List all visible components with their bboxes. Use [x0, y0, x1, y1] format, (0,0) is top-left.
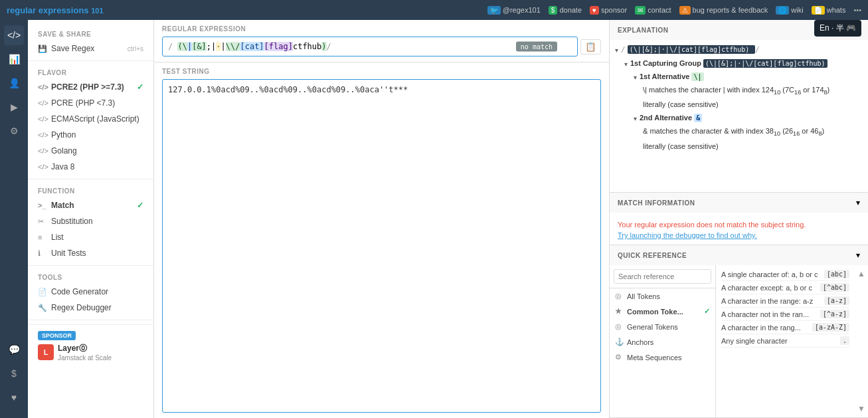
sidebar-icon-play[interactable]: ▶	[4, 97, 24, 117]
tool-regex-debugger-label: Regex Debugger	[51, 303, 112, 312]
test-string-input[interactable]: 127.0.0.1%0acd%09..%0acd%09..%0acd%09..%…	[162, 79, 601, 413]
sidebar-icon-chat[interactable]: 💬	[4, 340, 24, 360]
bug-icon: ⚠	[679, 6, 691, 15]
qr-meta-sequences[interactable]: ⚙ Meta Sequences	[610, 350, 715, 365]
tree-alt1-code: \|	[691, 72, 703, 81]
sidebar-icon-chart[interactable]: 📊	[4, 49, 24, 69]
qr-scroll-down-button[interactable]: ▼	[856, 403, 867, 415]
flavor-pcre2[interactable]: </> PCRE2 (PHP >=7.3) ✓	[28, 79, 153, 95]
qr-header[interactable]: QUICK REFERENCE ▾	[610, 245, 868, 265]
tree-alt1-desc2-text: literally (case sensitive)	[643, 99, 719, 110]
save-regex-item[interactable]: 💾 Save Regex ctrl+s	[28, 41, 153, 56]
flavor-golang[interactable]: </> Golang	[28, 143, 153, 159]
sponsor-link[interactable]: ♥ sponsor	[590, 6, 627, 15]
sidebar-icon-code[interactable]: </>	[4, 25, 24, 45]
donate-link[interactable]: $ donate	[549, 6, 582, 15]
regex-input[interactable]: / (\|[&];|·|\\/[cat][flag]ctfhub) / no m…	[162, 37, 578, 56]
sidebar-icon-settings[interactable]: ⚙	[4, 121, 24, 141]
tree-cap-code: (\|[&];|·|\/[cat][flag]ctfhub)	[703, 59, 827, 68]
sidebar: </> 📊 👤 ▶ ⚙ 💬 $ ♥	[0, 20, 28, 418]
flavor-pcre-label: PCRE (PHP <7.3)	[51, 98, 115, 108]
sidebar-icon-user[interactable]: 👤	[4, 73, 24, 93]
qr-entry-6[interactable]: Any single character .	[721, 334, 849, 348]
anchors-label: Anchors	[627, 338, 653, 346]
brand-logo[interactable]: regular expressions 101	[7, 5, 104, 15]
main-layout: </> 📊 👤 ▶ ⚙ 💬 $ ♥ SAVE & SHARE 💾 Save Re…	[0, 20, 868, 418]
qr-search-container	[610, 265, 715, 288]
qr-all-tokens[interactable]: ◎ All Tokens	[610, 288, 715, 304]
substitution-icon: ✂	[38, 217, 47, 226]
sponsor-subtitle: Jamstack at Scale	[58, 354, 112, 362]
tree-root: ▾ / (\|[&];|·|\/[cat][flag]ctfhub) /	[615, 44, 863, 56]
flavor-java8[interactable]: </> Java 8	[28, 159, 153, 175]
qr-entry-5[interactable]: A character in the rang... [a-zA-Z]	[721, 321, 849, 334]
qr-entry-2-code: [^abc]	[820, 283, 849, 292]
tree-arrow-root: ▾	[615, 45, 618, 55]
qr-entry-4[interactable]: A character not in the ran... [^a-z]	[721, 308, 849, 321]
more-options-button[interactable]: •••	[853, 6, 861, 14]
flavor-ecma-icon: </>	[38, 115, 47, 123]
function-unit-tests[interactable]: ℹ Unit Tests	[28, 245, 153, 261]
tree-alt1-text: 1st Alternative \|	[640, 71, 704, 82]
test-section: TEST STRING 127.0.0.1%0acd%09..%0acd%09.…	[154, 62, 609, 418]
common-tokens-icon: ★	[615, 307, 623, 316]
function-list[interactable]: ≡ List	[28, 229, 153, 245]
hl-ctfhub: ctfhub	[293, 42, 321, 51]
qr-scroll-up-button[interactable]: ▲	[856, 268, 867, 280]
qr-common-tokens[interactable]: ★ Common Toke... ✓	[610, 304, 715, 319]
qr-entry-2[interactable]: A character except: a, b or c [^abc]	[721, 281, 849, 294]
qr-search-input[interactable]	[614, 269, 711, 284]
explanation-title: EXPLANATION	[618, 27, 668, 34]
tree-alt2: ▾ 2nd Alternative & & matches the charac…	[624, 112, 863, 152]
match-info-content: Your regular expression does not match t…	[610, 213, 868, 245]
tree-root-text: / (\|[&];|·|\/[cat][flag]ctfhub) /	[621, 44, 760, 56]
tree-alt1-desc2: literally (case sensitive)	[643, 99, 863, 110]
regex-bar: / (\|[&];|·|\\/[cat][flag]ctfhub) / no m…	[162, 37, 601, 56]
unit-tests-icon: ℹ	[38, 249, 47, 258]
flavor-python[interactable]: </> Python	[28, 127, 153, 143]
wiki-link[interactable]: 🌐 wiki	[776, 6, 803, 15]
match-debugger-link[interactable]: Try launching the debugger to find out w…	[618, 231, 860, 239]
regex-section-label: REGULAR EXPRESSION	[162, 25, 601, 33]
qr-general-tokens[interactable]: ◎ General Tokens	[610, 319, 715, 334]
tree-cap-group-item: ▾ 1st Capturing Group (\|[&];|·|\/[cat][…	[624, 58, 863, 69]
bugreports-link[interactable]: ⚠ bug reports & feedback	[679, 6, 768, 15]
qr-entry-3[interactable]: A character in the range: a-z [a-z]	[721, 294, 849, 308]
tree-arrow-alt2: ▾	[634, 114, 637, 124]
tree-cap-text: 1st Capturing Group (\|[&];|·|\/[cat][fl…	[630, 58, 827, 69]
regex-copy-button[interactable]: 📋	[580, 39, 601, 54]
list-icon: ≡	[38, 233, 47, 241]
flavor-ecma[interactable]: </> ECMAScript (JavaScript)	[28, 111, 153, 127]
regex-delim-right: /	[327, 42, 331, 51]
explanation-content: ▾ / (\|[&];|·|\/[cat][flag]ctfhub) / ▾ 1…	[610, 40, 868, 192]
tree-alt2-desc: & matches the character & with index 381…	[634, 126, 863, 152]
flavor-pcre2-icon: </>	[38, 83, 47, 91]
tree-alt1-item: ▾ 1st Alternative \|	[634, 71, 863, 82]
qr-entry-2-text: A character except: a, b or c	[721, 284, 812, 292]
contact-label: contact	[648, 6, 671, 14]
lang-switcher[interactable]: En · 半 🎮	[814, 20, 861, 37]
qr-categories-list: ◎ All Tokens ★ Common Toke... ✓ ◎ Genera…	[610, 288, 715, 417]
tool-regex-debugger[interactable]: 🔧 Regex Debugger	[28, 300, 153, 316]
sidebar-icon-dollar[interactable]: $	[4, 364, 24, 383]
qr-anchors[interactable]: ⚓ Anchors	[610, 334, 715, 350]
qr-entry-4-text: A character not in the ran...	[721, 310, 809, 318]
save-icon: 💾	[38, 45, 47, 53]
whats-link[interactable]: 📄 whats	[812, 6, 846, 15]
sponsor-info[interactable]: L Layer⓪ Jamstack at Scale	[38, 343, 143, 362]
twitter-link[interactable]: 🐦 @regex101	[487, 6, 541, 15]
match-info-header[interactable]: MATCH INFORMATION ▾	[610, 193, 868, 213]
sponsor-label: sponsor	[601, 6, 627, 14]
function-list-label: List	[51, 233, 64, 242]
flavor-golang-icon: </>	[38, 147, 47, 155]
function-substitution[interactable]: ✂ Substitution	[28, 213, 153, 229]
sidebar-icon-heart[interactable]: ♥	[4, 387, 24, 407]
tool-code-generator[interactable]: 📄 Code Generator	[28, 284, 153, 300]
regex-delim-left: /	[168, 42, 173, 51]
qr-entry-1[interactable]: A single character of: a, b or c [abc]	[721, 268, 849, 281]
flavor-java8-label: Java 8	[51, 162, 74, 171]
contact-link[interactable]: ✉ contact	[635, 6, 671, 15]
tool-code-gen-label: Code Generator	[51, 287, 108, 296]
flavor-pcre[interactable]: </> PCRE (PHP <7.3)	[28, 95, 153, 111]
function-match[interactable]: >_ Match ✓	[28, 197, 153, 213]
